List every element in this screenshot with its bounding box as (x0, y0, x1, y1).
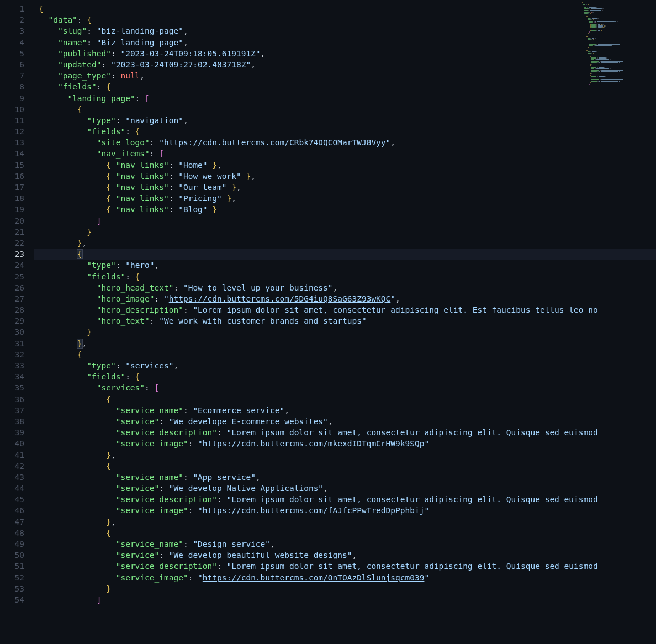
token-punc: , (333, 283, 338, 292)
code-line[interactable]: }, (34, 338, 656, 349)
code-line[interactable]: { "nav_links": "How we work" }, (34, 171, 656, 182)
token-punc: : (116, 261, 125, 270)
code-line[interactable]: }, (34, 450, 656, 461)
code-line[interactable]: "services": [ (34, 382, 656, 393)
token-punc: : (159, 484, 168, 493)
token-brace: { (106, 194, 115, 203)
code-line[interactable]: { "nav_links": "Blog" } (34, 204, 656, 215)
code-line[interactable]: { "nav_links": "Our team" }, (34, 182, 656, 193)
code-line[interactable]: "service_description": "Lorem ipsum dolo… (34, 494, 656, 505)
line-number: 40 (0, 438, 34, 449)
token-str: "We work with customer brands and startu… (159, 316, 366, 325)
code-line[interactable]: { "nav_links": "Pricing" }, (34, 193, 656, 204)
token-key: "nav_links" (116, 183, 169, 192)
code-line[interactable]: { (34, 3, 656, 14)
token-punc: : (169, 205, 178, 214)
line-number: 11 (0, 115, 34, 126)
token-punc: : (169, 172, 178, 181)
code-line[interactable]: "published": "2023-03-24T09:18:05.619191… (34, 48, 656, 59)
code-line[interactable]: "service_name": "Design service", (34, 539, 656, 550)
line-number: 31 (0, 338, 34, 349)
token-punc: : (183, 473, 193, 482)
code-line[interactable]: "type": "services", (34, 360, 656, 371)
token-punc: : (150, 138, 159, 147)
gutter-line-numbers[interactable]: 1234567891011121314151617181920212223242… (0, 0, 34, 644)
token-punc: , (82, 339, 87, 348)
code-line[interactable]: } (34, 226, 656, 237)
code-line[interactable]: { (34, 249, 656, 260)
token-punc: : (217, 428, 226, 437)
code-line[interactable]: ] (34, 594, 656, 605)
code-line[interactable]: "service": "We develope E-commerce websi… (34, 416, 656, 427)
token-str: "We develop beautiful website designs" (169, 551, 352, 559)
code-line[interactable]: { "nav_links": "Home" }, (34, 160, 656, 171)
line-number: 36 (0, 394, 34, 405)
token-key: "service_description" (116, 428, 217, 437)
code-line[interactable]: "service_description": "Lorem ipsum dolo… (34, 427, 656, 438)
code-line[interactable]: "fields": { (34, 271, 656, 282)
code-line[interactable]: ] (34, 215, 656, 226)
token-punc: : (125, 127, 135, 136)
token-brace: { (135, 372, 140, 381)
code-line[interactable]: "slug": "biz-landing-page", (34, 25, 656, 36)
line-number: 29 (0, 315, 34, 326)
code-line[interactable]: { (34, 461, 656, 472)
code-line[interactable]: "nav_items": [ (34, 148, 656, 159)
token-key: "nav_links" (116, 161, 169, 170)
code-area[interactable]: { "data": { "slug": "biz-landing-page", … (34, 0, 656, 644)
token-link: https://cdn.buttercms.com/fAJfcPPwTredDp… (203, 506, 425, 515)
token-punc: : (183, 540, 193, 548)
code-line[interactable]: "fields": { (34, 81, 656, 92)
code-line[interactable]: }, (34, 516, 656, 527)
token-punc: , (183, 38, 188, 47)
code-line[interactable]: "service_image": "https://cdn.buttercms.… (34, 438, 656, 449)
code-line[interactable]: "service": "We develop Native Applicatio… (34, 483, 656, 494)
token-punc: , (284, 406, 289, 415)
code-editor[interactable]: 1234567891011121314151617181920212223242… (0, 0, 656, 644)
code-line[interactable]: "type": "hero", (34, 260, 656, 271)
line-number: 6 (0, 59, 34, 70)
token-brace: { (106, 172, 115, 181)
token-punc: : (188, 439, 198, 448)
code-line[interactable]: } (34, 326, 656, 337)
code-line[interactable]: "hero_text": "We work with customer bran… (34, 315, 656, 326)
code-line[interactable]: "service": "We develop beautiful website… (34, 550, 656, 561)
code-line[interactable]: "service_name": "Ecommerce service", (34, 405, 656, 416)
code-line[interactable]: } (34, 583, 656, 594)
code-line[interactable]: "page_type": null, (34, 70, 656, 81)
code-line[interactable]: "service_image": "https://cdn.buttercms.… (34, 572, 656, 583)
code-line[interactable]: { (34, 349, 656, 360)
token-punc: : (159, 551, 168, 559)
token-punc: : (116, 116, 125, 125)
code-line[interactable]: { (34, 104, 656, 115)
token-key: "fields" (87, 272, 125, 281)
token-str: "Design service" (193, 540, 270, 548)
token-brace: { (106, 82, 111, 91)
token-punc: : (150, 149, 159, 158)
code-line[interactable]: "hero_description": "Lorem ipsum dolor s… (34, 304, 656, 315)
code-line[interactable]: "data": { (34, 14, 656, 25)
code-line[interactable]: "landing_page": [ (34, 93, 656, 104)
code-line[interactable]: "service_image": "https://cdn.buttercms.… (34, 505, 656, 516)
token-link: https://cdn.buttercms.com/5DG4iuQ8SaG63Z… (169, 294, 391, 303)
code-line[interactable]: "site_logo": "https://cdn.buttercms.com/… (34, 137, 656, 148)
code-line[interactable]: "updated": "2023-03-24T09:27:02.403718Z"… (34, 59, 656, 70)
code-line[interactable]: { (34, 394, 656, 405)
token-brace: } (106, 584, 111, 593)
code-line[interactable]: "fields": { (34, 126, 656, 137)
token-bracket: [ (145, 94, 150, 103)
token-brace: { (135, 272, 140, 281)
code-line[interactable]: }, (34, 237, 656, 249)
code-line[interactable]: "type": "navigation", (34, 115, 656, 126)
code-line[interactable]: "service_description": "Lorem ipsum dolo… (34, 561, 656, 572)
token-punc: : (155, 294, 164, 303)
code-line[interactable]: "name": "Biz landing page", (34, 37, 656, 48)
token-brace: { (77, 105, 82, 114)
code-line[interactable]: "hero_head_text": "How to level up your … (34, 282, 656, 293)
code-line[interactable]: "service_name": "App service", (34, 472, 656, 483)
code-line[interactable]: "hero_image": "https://cdn.buttercms.com… (34, 293, 656, 304)
token-key: "hero_head_text" (97, 283, 174, 292)
token-punc: , (390, 138, 395, 147)
code-line[interactable]: { (34, 527, 656, 539)
code-line[interactable]: "fields": { (34, 371, 656, 382)
